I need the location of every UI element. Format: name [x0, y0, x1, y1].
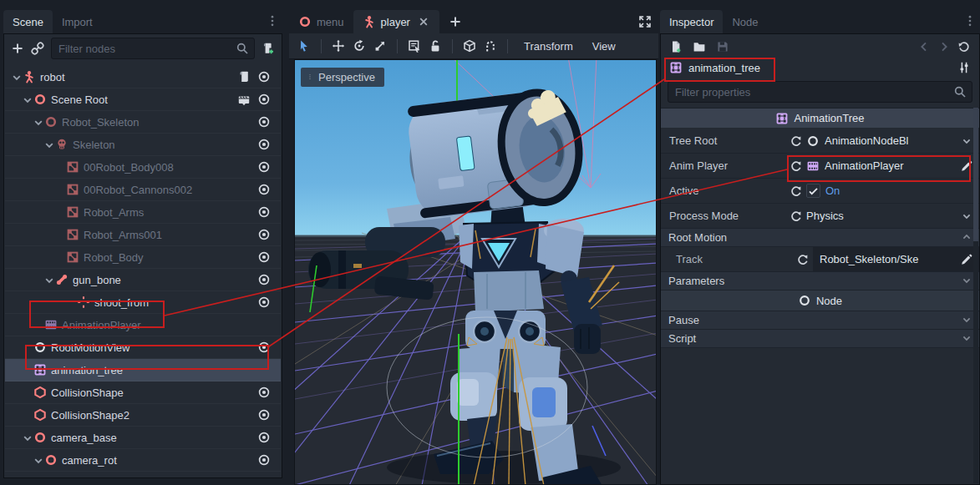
tree-node-robot[interactable]: robot — [5, 66, 281, 88]
visibility-eye-icon[interactable] — [257, 431, 271, 444]
tree-node-shoot-from[interactable]: shoot_from — [5, 291, 281, 314]
tree-node-skeleton[interactable]: Skeleton — [5, 134, 281, 156]
visibility-eye-icon[interactable] — [257, 273, 271, 286]
tree-node-collisionshape[interactable]: CollisionShape — [5, 381, 281, 404]
visibility-eye-icon[interactable] — [257, 476, 271, 477]
tab-inspector[interactable]: Inspector — [660, 10, 723, 33]
expand-arrow-icon[interactable] — [43, 139, 54, 150]
list-select-button[interactable] — [408, 39, 421, 53]
tree-node-robot-skeleton[interactable]: Robot_Skeleton — [5, 111, 281, 134]
visibility-eye-icon[interactable] — [257, 296, 271, 309]
close-tab-icon[interactable] — [417, 15, 430, 28]
scale-tool-button[interactable] — [373, 39, 387, 53]
expand-arrow-icon[interactable] — [21, 93, 33, 105]
inspector-dock-menu-icon[interactable] — [963, 14, 977, 28]
tab-import[interactable]: Import — [53, 10, 102, 33]
load-resource-button[interactable] — [693, 40, 706, 53]
tree-node-animation-tree[interactable]: animation_tree — [5, 359, 281, 381]
movie-badge-icon[interactable] — [237, 93, 251, 106]
view-menu[interactable]: View — [586, 40, 622, 53]
visibility-eye-icon[interactable] — [257, 341, 271, 354]
history-back-icon[interactable] — [917, 40, 931, 53]
property-value[interactable]: Physics — [806, 210, 844, 222]
property-value[interactable]: On — [825, 184, 840, 197]
lock-button[interactable] — [429, 39, 442, 53]
save-resource-button[interactable] — [716, 40, 729, 53]
section-script[interactable]: Script — [661, 330, 979, 348]
visibility-eye-icon[interactable] — [257, 70, 271, 83]
expand-arrow-icon[interactable] — [21, 432, 33, 443]
instance-scene-button[interactable] — [31, 42, 44, 55]
section-pause[interactable]: Pause — [661, 311, 979, 330]
visibility-eye-icon[interactable] — [257, 205, 271, 219]
tree-node-00robot-cannons002[interactable]: 00Robot_Cannons002 — [5, 179, 281, 201]
revert-icon[interactable] — [786, 210, 806, 223]
tree-node-collisionshape2[interactable]: CollisionShape2 — [5, 404, 281, 427]
chevron-down-icon[interactable] — [960, 134, 973, 148]
perspective-menu[interactable]: Perspective — [301, 68, 384, 87]
new-scene-tab-button[interactable] — [439, 10, 471, 33]
scene-dock-menu-icon[interactable] — [266, 14, 279, 28]
visibility-eye-icon[interactable] — [257, 160, 271, 174]
edit-icon[interactable] — [960, 253, 973, 266]
visibility-eye-icon[interactable] — [257, 93, 271, 106]
visibility-eye-icon[interactable] — [257, 408, 271, 422]
distraction-free-icon[interactable] — [638, 15, 652, 28]
local-space-button[interactable] — [463, 39, 476, 53]
tab-menu-scene[interactable]: menu — [289, 10, 353, 33]
property-value[interactable]: AnimationPlayer — [825, 159, 904, 172]
revert-icon[interactable] — [786, 184, 806, 198]
rotate-tool-button[interactable] — [353, 39, 366, 53]
inspector-scrollbar[interactable] — [973, 108, 978, 483]
history-icon[interactable] — [957, 40, 971, 53]
add-node-button[interactable] — [11, 42, 24, 55]
move-tool-button[interactable] — [332, 39, 345, 53]
tree-node-00robot-body008[interactable]: 00Robot_Body008 — [5, 156, 281, 179]
attach-script-button[interactable] — [262, 42, 275, 55]
tree-node-camera[interactable]: Camera — [5, 472, 281, 477]
tree-node-gun-bone[interactable]: gun_bone — [5, 269, 281, 291]
checkbox-checked[interactable] — [806, 184, 820, 198]
3d-viewport[interactable]: Perspective — [294, 59, 657, 485]
tree-node-robot-arms[interactable]: Robot_Arms — [5, 201, 281, 224]
filter-nodes-input[interactable] — [57, 42, 236, 56]
tab-player-scene[interactable]: player — [353, 10, 439, 33]
tree-node-rootmotionview[interactable]: RootMotionView — [5, 336, 281, 359]
select-tool-button[interactable] — [297, 39, 311, 53]
tree-node-scene-root[interactable]: Scene Root — [5, 88, 281, 111]
script-badge-icon[interactable] — [237, 70, 251, 83]
expand-arrow-icon[interactable] — [43, 274, 54, 285]
filter-properties-input[interactable] — [673, 85, 953, 99]
expand-arrow-icon[interactable] — [32, 454, 43, 466]
transform-menu[interactable]: Transform — [518, 40, 579, 53]
tree-node-camera-rot[interactable]: camera_rot — [5, 449, 281, 472]
revert-icon[interactable] — [793, 253, 813, 266]
chevron-down-icon[interactable] — [960, 210, 973, 223]
section-root-motion[interactable]: Root Motion — [661, 229, 979, 247]
visibility-eye-icon[interactable] — [257, 386, 271, 399]
visibility-eye-icon[interactable] — [257, 183, 271, 196]
expand-arrow-icon[interactable] — [32, 116, 43, 128]
snap-button[interactable] — [484, 39, 497, 53]
history-forward-icon[interactable] — [937, 40, 951, 53]
tab-scene[interactable]: Scene — [3, 10, 53, 33]
tree-node-robot-arms001[interactable]: Robot_Arms001 — [5, 224, 281, 246]
extra-options-icon[interactable] — [957, 61, 971, 74]
revert-icon[interactable] — [786, 159, 806, 173]
visibility-eye-icon[interactable] — [257, 138, 271, 151]
tab-node[interactable]: Node — [723, 10, 767, 33]
visibility-eye-icon[interactable] — [257, 453, 271, 467]
revert-icon[interactable] — [786, 134, 806, 148]
section-parameters[interactable]: Parameters — [661, 272, 979, 290]
subresource-node[interactable]: Node — [661, 290, 979, 311]
new-resource-button[interactable] — [669, 40, 683, 53]
property-value[interactable]: Robot_Skeleton/Ske — [820, 253, 919, 265]
tree-node-robot-body[interactable]: Robot_Body — [5, 246, 281, 269]
property-value[interactable]: AnimationNodeBl — [825, 134, 908, 147]
tree-node-camera-base[interactable]: camera_base — [5, 427, 281, 449]
visibility-eye-icon[interactable] — [257, 115, 271, 129]
edit-icon[interactable] — [960, 159, 973, 173]
expand-arrow-icon[interactable] — [10, 71, 22, 83]
visibility-eye-icon[interactable] — [257, 250, 271, 264]
tree-node-animationplayer[interactable]: AnimationPlayer — [5, 314, 281, 336]
